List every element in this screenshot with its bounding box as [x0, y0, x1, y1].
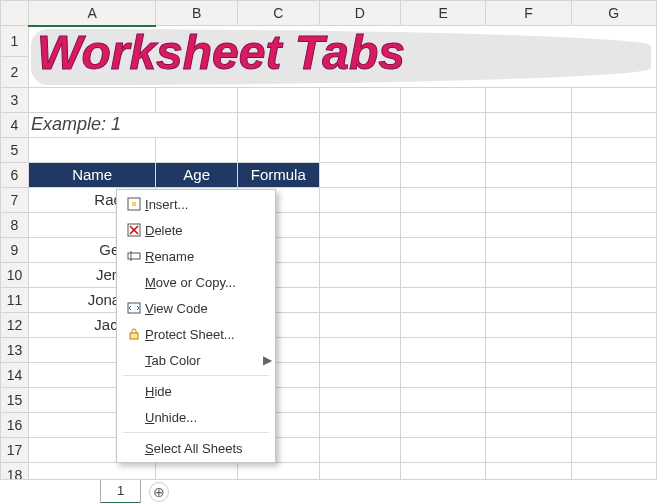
- col-header-d[interactable]: D: [319, 1, 400, 26]
- delete-icon: [123, 223, 145, 237]
- row-header[interactable]: 11: [1, 287, 29, 312]
- table-header-name: Name: [28, 162, 155, 187]
- menu-label: Hide: [145, 384, 275, 399]
- page-title: Worksheet Tabs: [37, 26, 405, 80]
- menu-unhide[interactable]: Unhide...: [117, 404, 275, 430]
- row-header[interactable]: 7: [1, 187, 29, 212]
- separator: [123, 432, 269, 433]
- col-header-f[interactable]: F: [486, 1, 571, 26]
- menu-label: Move or Copy...: [145, 275, 275, 290]
- rename-icon: [123, 249, 145, 263]
- menu-label: Unhide...: [145, 410, 275, 425]
- sheet-tab[interactable]: 1: [100, 480, 141, 504]
- menu-delete[interactable]: Delete: [117, 217, 275, 243]
- row-header[interactable]: 15: [1, 387, 29, 412]
- svg-rect-3: [128, 253, 140, 259]
- menu-label: Delete: [145, 223, 275, 238]
- menu-label: IInsert...nsert...: [145, 197, 275, 212]
- row-header[interactable]: 5: [1, 137, 29, 162]
- menu-label: View Code: [145, 301, 275, 316]
- row-header[interactable]: 8: [1, 212, 29, 237]
- menu-insert[interactable]: IInsert...nsert...: [117, 191, 275, 217]
- menu-protect-sheet[interactable]: Protect Sheet...: [117, 321, 275, 347]
- col-header-c[interactable]: C: [237, 1, 319, 26]
- menu-view-code[interactable]: View Code: [117, 295, 275, 321]
- spreadsheet-grid[interactable]: A B C D E F G 1 Worksheet Tabs 2 3 4 Exa…: [0, 0, 657, 488]
- separator: [123, 375, 269, 376]
- menu-move-copy[interactable]: Move or Copy...: [117, 269, 275, 295]
- chevron-right-icon: ▶: [263, 353, 275, 367]
- row-header[interactable]: 13: [1, 337, 29, 362]
- svg-rect-6: [130, 333, 138, 339]
- section-label: Example: 1: [28, 112, 237, 137]
- col-header-a[interactable]: A: [28, 1, 155, 26]
- svg-rect-5: [128, 303, 140, 313]
- menu-select-all[interactable]: Select All Sheets: [117, 435, 275, 461]
- row-header[interactable]: 17: [1, 437, 29, 462]
- menu-label: Tab Color: [145, 353, 263, 368]
- menu-label: Rename: [145, 249, 275, 264]
- sheet-tab-bar: 1 ⊕: [0, 479, 657, 503]
- menu-label: Protect Sheet...: [145, 327, 275, 342]
- table-header-age: Age: [156, 162, 238, 187]
- row-header[interactable]: 10: [1, 262, 29, 287]
- plus-icon: ⊕: [153, 484, 165, 500]
- col-header-b[interactable]: B: [156, 1, 238, 26]
- table-header-formula: Formula: [237, 162, 319, 187]
- row-header[interactable]: 1: [1, 26, 29, 57]
- svg-rect-1: [132, 202, 136, 206]
- row-header[interactable]: 2: [1, 56, 29, 87]
- insert-icon: [123, 197, 145, 211]
- menu-label: Select All Sheets: [145, 441, 275, 456]
- menu-rename[interactable]: Rename: [117, 243, 275, 269]
- row-header[interactable]: 9: [1, 237, 29, 262]
- menu-tab-color[interactable]: Tab Color ▶: [117, 347, 275, 373]
- lock-icon: [123, 327, 145, 341]
- row-header[interactable]: 6: [1, 162, 29, 187]
- row-header[interactable]: 12: [1, 312, 29, 337]
- row-header[interactable]: 14: [1, 362, 29, 387]
- select-all-cell[interactable]: [1, 1, 29, 26]
- row-header[interactable]: 4: [1, 112, 29, 137]
- code-icon: [123, 301, 145, 315]
- context-menu: IInsert...nsert... Delete Rename Move or…: [116, 189, 276, 463]
- menu-hide[interactable]: Hide: [117, 378, 275, 404]
- row-header[interactable]: 16: [1, 412, 29, 437]
- col-header-g[interactable]: G: [571, 1, 656, 26]
- new-sheet-button[interactable]: ⊕: [149, 482, 169, 502]
- col-header-e[interactable]: E: [401, 1, 486, 26]
- row-header[interactable]: 3: [1, 87, 29, 112]
